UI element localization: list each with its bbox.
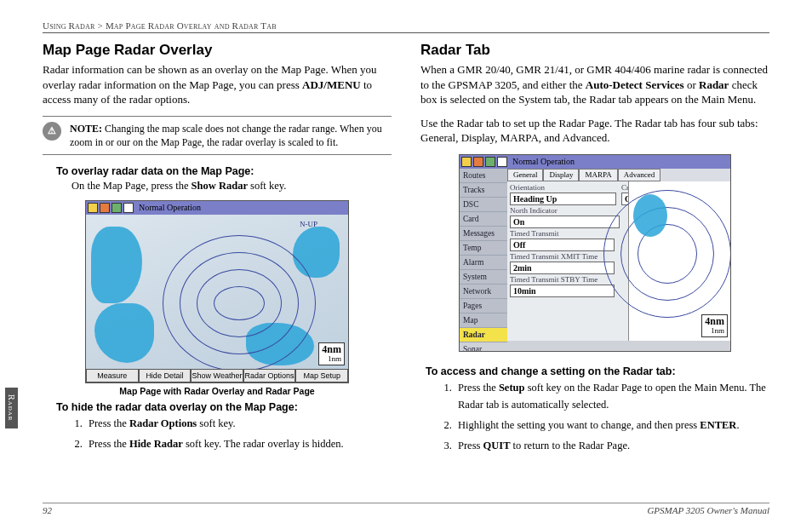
sidebar-item[interactable]: Sonar (460, 342, 507, 352)
softkey[interactable]: Measure (86, 369, 139, 382)
hide-steps: Press the Radar Options soft key. Press … (85, 415, 392, 452)
scale-box: 4nm 1nm (318, 342, 345, 365)
sidebar-item[interactable]: Card (460, 212, 507, 227)
overlay-intro: Radar information can be shown as an ove… (43, 62, 392, 107)
field-orientation[interactable]: Heading Up (510, 193, 616, 205)
tab-display[interactable]: Display (543, 169, 579, 181)
radar-tab-p1: When a GMR 20/40, GMR 21/41, or GMR 404/… (420, 62, 769, 107)
figure-softkeys: Measure Hide Detail Show Weather Radar O… (86, 369, 348, 382)
figure-radar-image: Normal Operation Routes Tracks DSC Card … (459, 154, 731, 352)
sidebar-item[interactable]: Map (460, 313, 507, 328)
figure-topbar: Normal Operation (460, 155, 730, 169)
topbar-icon (123, 203, 134, 213)
topbar-icon (497, 157, 507, 167)
subhead-hide-overlay: To hide the radar data overlay on the Ma… (56, 401, 392, 413)
settings-tabs: General Display MARPA Advanced (507, 169, 730, 181)
right-column: Radar Tab When a GMR 20/40, GMR 21/41, o… (420, 42, 769, 457)
sidebar-item[interactable]: DSC (460, 198, 507, 212)
list-item: Press the Setup soft key on the Radar Pa… (455, 379, 769, 413)
side-tab-radar: Radar (5, 388, 18, 428)
figure-status: Normal Operation (512, 157, 575, 166)
sidebar-item[interactable]: Routes (460, 169, 507, 183)
north-up-label: N-UP (300, 220, 317, 228)
sidebar-item-radar[interactable]: Radar (460, 328, 507, 342)
tab-marpa[interactable]: MARPA (579, 169, 617, 181)
breadcrumb-section: Using Radar (43, 20, 95, 31)
settings-sidebar: Routes Tracks DSC Card Messages Temp Ala… (460, 169, 507, 341)
topbar-icon (100, 203, 110, 213)
radar-tab-p2: Use the Radar tab to set up the Radar Pa… (420, 116, 769, 146)
topbar-icon (461, 157, 472, 167)
softkey[interactable]: Radar Options (243, 369, 296, 382)
topbar-icon (473, 157, 483, 167)
topbar-icon (112, 203, 122, 213)
breadcrumb-page: Map Page Radar Overlay and Radar Tab (106, 20, 277, 31)
figure-map-overlay: Normal Operation N-UP 4nm 1nm Measur (85, 200, 349, 396)
field-timed-transmit[interactable]: Off (510, 239, 615, 251)
note-text: NOTE: Changing the map scale does not ch… (70, 122, 392, 149)
sidebar-item[interactable]: System (460, 270, 507, 285)
figure-radar-tab: Normal Operation Routes Tracks DSC Card … (459, 154, 731, 352)
left-column: Map Page Radar Overlay Radar information… (43, 42, 392, 457)
figure-caption: Map Page with Radar Overlay and Radar Pa… (85, 386, 349, 396)
sidebar-item[interactable]: Messages (460, 227, 507, 241)
tab-general[interactable]: General (507, 169, 543, 181)
breadcrumb-sep: > (98, 20, 103, 31)
list-item: Press the Radar Options soft key. (85, 415, 392, 432)
overlay-step: On the Map Page, press the Show Radar so… (71, 179, 392, 193)
sidebar-item[interactable]: Tracks (460, 183, 507, 198)
figure-map-image: Normal Operation N-UP 4nm 1nm Measur (85, 200, 349, 383)
list-item: Highlight the setting you want to change… (455, 417, 769, 434)
heading-map-overlay: Map Page Radar Overlay (43, 42, 392, 59)
field-stby-time[interactable]: 10min (510, 285, 615, 297)
field-xmit-time[interactable]: 2min (510, 262, 615, 274)
heading-radar-tab: Radar Tab (420, 42, 769, 59)
figure-status: Normal Operation (139, 203, 201, 212)
topbar-icon (485, 157, 495, 167)
page-number: 92 (43, 505, 52, 515)
manual-title: GPSMAP 3205 Owner's Manual (647, 505, 769, 515)
list-item: Press QUIT to return to the Radar Page. (455, 437, 769, 454)
note-icon: ⚠ (43, 122, 61, 141)
page-footer: 92 GPSMAP 3205 Owner's Manual (43, 503, 769, 515)
figure-topbar: Normal Operation (86, 201, 348, 215)
breadcrumb: Using Radar > Map Page Radar Overlay and… (43, 20, 769, 33)
access-steps: Press the Setup soft key on the Radar Pa… (455, 379, 769, 454)
field-north-indicator[interactable]: On (510, 216, 620, 228)
softkey[interactable]: Hide Detail (139, 369, 192, 382)
tab-advanced[interactable]: Advanced (618, 169, 660, 181)
sidebar-item[interactable]: Alarm (460, 256, 507, 270)
softkey[interactable]: Show Weather (191, 369, 243, 382)
list-item: Press the Hide Radar soft key. The radar… (85, 435, 392, 452)
subhead-access-radar: To access and change a setting on the Ra… (426, 365, 769, 377)
sidebar-item[interactable]: Pages (460, 299, 507, 313)
softkey[interactable]: Map Setup (295, 369, 348, 382)
sidebar-item[interactable]: Temp (460, 241, 507, 256)
subhead-overlay: To overlay radar data on the Map Page: (56, 165, 392, 177)
topbar-icon (88, 203, 98, 213)
note-block: ⚠ NOTE: Changing the map scale does not … (43, 116, 392, 155)
radar-preview: 4nm 1nm (628, 181, 730, 341)
sidebar-item[interactable]: Network (460, 285, 507, 299)
